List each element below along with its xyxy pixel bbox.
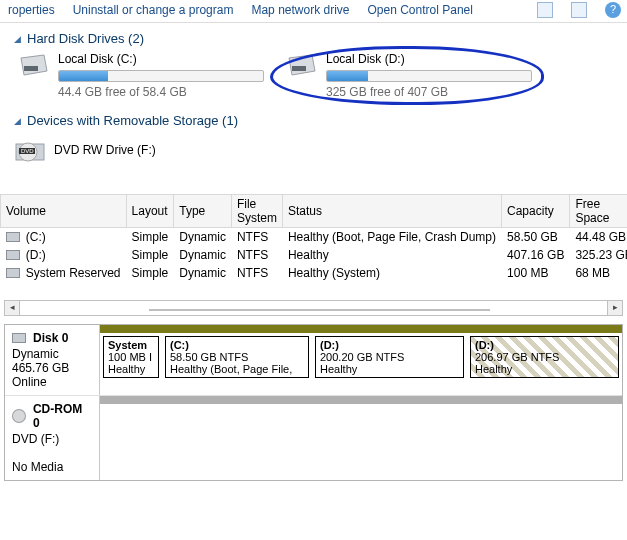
hard-disk-icon — [286, 52, 318, 80]
scroll-left-icon[interactable]: ◂ — [5, 301, 20, 315]
disk-0-header[interactable]: Disk 0 Dynamic 465.76 GB Online — [5, 325, 100, 395]
hdd-section-title: Hard Disk Drives (2) — [27, 31, 144, 46]
drive-c-name: Local Disk (C:) — [58, 52, 264, 66]
partition-bar — [162, 325, 312, 333]
table-row[interactable]: (C:) Simple Dynamic NTFS Healthy (Boot, … — [1, 228, 628, 247]
table-row[interactable]: System Reserved Simple Dynamic NTFS Heal… — [1, 264, 628, 282]
device-dvd[interactable]: DVD DVD RW Drive (F:) — [14, 134, 617, 166]
properties-cmd[interactable]: roperties — [8, 3, 55, 17]
collapse-icon: ◢ — [14, 116, 21, 126]
col-capacity[interactable]: Capacity — [502, 195, 570, 228]
disc-icon — [12, 409, 26, 423]
col-layout[interactable]: Layout — [126, 195, 174, 228]
partition-c[interactable]: (C:) 58.50 GB NTFS Healthy (Boot, Page F… — [165, 336, 309, 378]
svg-rect-0 — [24, 66, 38, 71]
partition-bar — [100, 396, 622, 404]
col-status[interactable]: Status — [282, 195, 501, 228]
device-dvd-name: DVD RW Drive (F:) — [54, 143, 156, 157]
col-fs[interactable]: File System — [231, 195, 282, 228]
disk-map: Disk 0 Dynamic 465.76 GB Online System 1… — [4, 324, 623, 481]
partition-bar — [100, 325, 162, 333]
drive-d[interactable]: Local Disk (D:) 325 GB free of 407 GB — [282, 52, 532, 99]
collapse-icon: ◢ — [14, 34, 21, 44]
scroll-right-icon[interactable]: ▸ — [607, 301, 622, 315]
cdrom-header[interactable]: CD-ROM 0 DVD (F:) No Media — [5, 396, 100, 480]
drive-c[interactable]: Local Disk (C:) 44.4 GB free of 58.4 GB — [14, 52, 264, 99]
removable-section-head[interactable]: ◢ Devices with Removable Storage (1) — [14, 113, 617, 128]
partition-d2[interactable]: (D:) 206.97 GB NTFS Healthy — [470, 336, 619, 378]
cdrom-empty — [100, 406, 622, 418]
removable-section-title: Devices with Removable Storage (1) — [27, 113, 238, 128]
partition-d1[interactable]: (D:) 200.20 GB NTFS Healthy — [315, 336, 464, 378]
explorer-toolbar: roperties Uninstall or change a program … — [0, 0, 627, 23]
drives-pane: ◢ Hard Disk Drives (2) Local Disk (C:) 4… — [0, 23, 627, 170]
hdd-section-head[interactable]: ◢ Hard Disk Drives (2) — [14, 31, 617, 46]
col-volume[interactable]: Volume — [1, 195, 127, 228]
map-drive-cmd[interactable]: Map network drive — [251, 3, 349, 17]
col-free[interactable]: Free Space — [570, 195, 627, 228]
partition-bar — [312, 325, 467, 333]
disk-0-row: Disk 0 Dynamic 465.76 GB Online System 1… — [5, 325, 622, 396]
preview-pane-icon[interactable] — [571, 2, 587, 18]
drive-d-free: 325 GB free of 407 GB — [326, 85, 532, 99]
svg-rect-1 — [292, 66, 306, 71]
dvd-drive-icon: DVD — [14, 136, 46, 164]
view-icon[interactable] — [537, 2, 553, 18]
horizontal-scrollbar[interactable]: ◂ ▸ — [4, 300, 623, 316]
volume-icon — [6, 232, 20, 242]
cdrom-row: CD-ROM 0 DVD (F:) No Media — [5, 396, 622, 480]
drive-c-usage-bar — [58, 70, 264, 82]
hard-disk-icon — [18, 52, 50, 80]
uninstall-cmd[interactable]: Uninstall or change a program — [73, 3, 234, 17]
volume-icon — [6, 250, 20, 260]
scroll-thumb[interactable] — [149, 309, 489, 311]
table-row[interactable]: (D:) Simple Dynamic NTFS Healthy 407.16 … — [1, 246, 628, 264]
drive-d-name: Local Disk (D:) — [326, 52, 532, 66]
disk-icon — [12, 333, 26, 343]
volume-icon — [6, 268, 20, 278]
drive-d-usage-bar — [326, 70, 532, 82]
partition-bar — [467, 325, 622, 333]
svg-text:DVD: DVD — [21, 148, 34, 154]
volume-table: Volume Layout Type File System Status Ca… — [0, 194, 627, 282]
drive-c-free: 44.4 GB free of 58.4 GB — [58, 85, 264, 99]
partition-system[interactable]: System 100 MB I Healthy — [103, 336, 159, 378]
help-icon[interactable]: ? — [605, 2, 621, 18]
col-type[interactable]: Type — [174, 195, 232, 228]
open-control-panel-cmd[interactable]: Open Control Panel — [368, 3, 473, 17]
